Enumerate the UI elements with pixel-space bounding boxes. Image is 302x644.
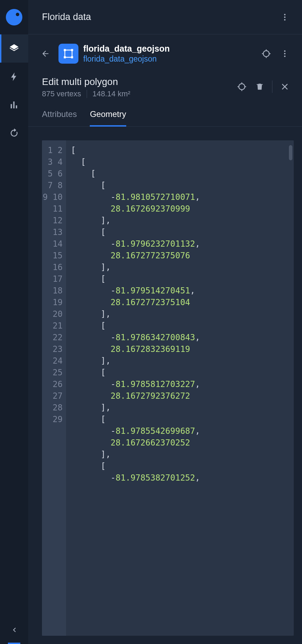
bar-chart-icon	[9, 100, 19, 110]
locate-geometry-button[interactable]	[234, 78, 250, 95]
svg-point-0	[284, 14, 285, 15]
logo[interactable]	[0, 0, 28, 34]
page-title: Florida data	[42, 12, 277, 22]
delete-button[interactable]	[251, 78, 268, 95]
chevron-left-icon	[10, 625, 19, 634]
nav-refresh[interactable]	[0, 119, 28, 147]
line-gutter: 1 2 3 4 5 6 7 8 9 10 11 12 13 14 15 16 1…	[42, 140, 66, 636]
more-vert-icon	[280, 13, 289, 22]
svg-point-11	[239, 84, 245, 90]
scrollbar-thumb[interactable]	[289, 145, 292, 160]
vertex-count: 875 vertexs	[42, 89, 81, 98]
area-value: 148.14 km²	[93, 89, 130, 98]
locate-layer-button[interactable]	[258, 45, 274, 62]
header-menu-button[interactable]	[277, 9, 293, 25]
code-content[interactable]: [ [ [ [ -81.9810572710071, 28.1672692370…	[66, 140, 294, 636]
svg-rect-4	[71, 49, 73, 51]
polygon-icon	[62, 47, 75, 60]
refresh-icon	[9, 128, 19, 138]
tab-attributes[interactable]: Attributes	[42, 109, 77, 127]
layers-icon	[9, 43, 19, 54]
svg-rect-6	[71, 56, 73, 58]
svg-point-9	[284, 53, 285, 54]
action-separator	[272, 80, 272, 93]
nav-rail	[0, 0, 28, 644]
locate-icon	[261, 49, 271, 59]
locate-icon	[237, 82, 247, 92]
layer-subtitle[interactable]: florida_data_geojson	[83, 54, 253, 64]
svg-point-8	[284, 50, 285, 52]
svg-point-7	[263, 51, 269, 57]
trash-icon	[255, 82, 264, 91]
close-button[interactable]	[277, 78, 293, 95]
edit-title: Edit multi polygon	[42, 76, 227, 87]
code-editor[interactable]: 1 2 3 4 5 6 7 8 9 10 11 12 13 14 15 16 1…	[42, 140, 294, 636]
header: Florida data	[28, 0, 302, 34]
arrow-left-icon	[41, 49, 50, 58]
svg-rect-3	[64, 49, 66, 51]
close-icon	[280, 82, 289, 91]
svg-point-1	[284, 16, 285, 18]
svg-point-10	[284, 55, 285, 57]
main-panel: Florida data florida_data_geojson	[28, 0, 302, 644]
back-button[interactable]	[37, 45, 54, 62]
svg-rect-5	[64, 56, 66, 58]
tab-geometry[interactable]: Geometry	[90, 109, 126, 127]
nav-bolt[interactable]	[0, 63, 28, 91]
layer-row: florida_data_geojson florida_data_geojso…	[28, 34, 302, 73]
meta-separator	[87, 90, 87, 98]
nav-layers[interactable]	[0, 34, 28, 63]
layer-name: florida_data_geojson	[83, 43, 253, 54]
layer-type-icon	[58, 44, 78, 64]
tabs: Attributes Geometry	[28, 100, 302, 127]
more-vert-icon	[280, 49, 289, 58]
layer-menu-button[interactable]	[277, 45, 293, 62]
nav-collapse[interactable]	[0, 616, 28, 644]
bolt-icon	[9, 72, 19, 82]
svg-point-2	[284, 19, 285, 20]
edit-header: Edit multi polygon 875 vertexs 148.14 km…	[28, 73, 302, 100]
nav-chart[interactable]	[0, 91, 28, 119]
